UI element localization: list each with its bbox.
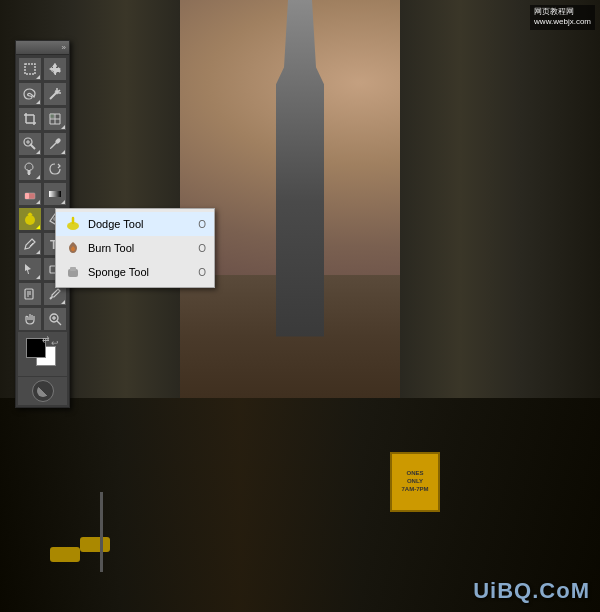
flyout-item-dodge[interactable]: Dodge Tool O	[56, 212, 214, 236]
svg-rect-0	[25, 64, 35, 74]
dodge-tool-shortcut: O	[198, 219, 206, 230]
healing-brush-btn[interactable]	[18, 132, 42, 156]
dodge-burn-tool-btn[interactable]	[18, 207, 42, 231]
street-sign: ONESONLY7AM-7PM	[390, 452, 440, 512]
flyout-indicator	[36, 150, 40, 154]
svg-line-5	[59, 90, 61, 92]
watermark-top: 网页教程网 www.webjx.com	[530, 5, 595, 30]
flyout-item-burn[interactable]: Burn Tool O	[56, 236, 214, 260]
brush-tool-btn[interactable]	[43, 132, 67, 156]
crop-tool-btn[interactable]	[18, 107, 42, 131]
svg-line-17	[30, 144, 35, 149]
flyout-indicator	[36, 275, 40, 279]
magic-wand-btn[interactable]	[43, 82, 67, 106]
notes-tool-btn[interactable]	[18, 282, 42, 306]
flyout-item-sponge[interactable]: Sponge Tool O	[56, 260, 214, 284]
svg-point-24	[25, 215, 35, 225]
switch-colors-icon[interactable]: ⇄	[42, 334, 50, 344]
color-swatch-area: ↩ ⇄	[18, 332, 67, 376]
slice-tool-btn[interactable]	[43, 107, 67, 131]
view-mode-area	[18, 377, 67, 405]
svg-line-19	[51, 143, 56, 148]
history-brush-btn[interactable]	[43, 157, 67, 181]
move-tool-btn[interactable]	[43, 57, 67, 81]
zoom-tool-btn[interactable]	[43, 307, 67, 331]
toolbox-titlebar: »	[16, 41, 69, 55]
tool-flyout-menu: Dodge Tool O Burn Tool O Sponge Tool O	[55, 208, 215, 288]
svg-rect-22	[25, 193, 29, 199]
burn-tool-label: Burn Tool	[88, 242, 194, 254]
svg-line-36	[50, 297, 52, 299]
flyout-indicator	[61, 300, 65, 304]
sponge-tool-icon	[64, 263, 82, 281]
street-lamp	[100, 492, 103, 572]
pen-tool-btn[interactable]	[18, 232, 42, 256]
svg-rect-13	[50, 114, 54, 118]
sponge-tool-label: Sponge Tool	[88, 266, 194, 278]
quick-mask-btn[interactable]	[32, 380, 54, 402]
marquee-tool-btn[interactable]	[18, 57, 42, 81]
eraser-tool-btn[interactable]	[18, 182, 42, 206]
taxi-2	[50, 547, 80, 562]
svg-rect-44	[70, 267, 76, 271]
background-image: ONESONLY7AM-7PM	[0, 0, 600, 612]
dodge-tool-icon	[64, 215, 82, 233]
path-selection-btn[interactable]	[18, 257, 42, 281]
hand-tool-btn[interactable]	[18, 307, 42, 331]
sponge-tool-shortcut: O	[198, 267, 206, 278]
flyout-indicator	[36, 225, 40, 229]
flyout-indicator	[61, 200, 65, 204]
svg-rect-23	[49, 191, 61, 197]
burn-tool-icon	[64, 239, 82, 257]
flyout-indicator	[61, 125, 65, 129]
svg-line-2	[50, 93, 56, 99]
taxi-1	[80, 537, 110, 552]
flyout-indicator	[36, 250, 40, 254]
burn-tool-shortcut: O	[198, 243, 206, 254]
svg-line-38	[57, 321, 61, 325]
titlebar-collapse-icon[interactable]: »	[62, 44, 66, 52]
gradient-tool-btn[interactable]	[43, 182, 67, 206]
reset-colors-icon[interactable]: ↩	[51, 338, 59, 348]
lasso-tool-btn[interactable]	[18, 82, 42, 106]
flyout-indicator	[36, 200, 40, 204]
flyout-indicator	[61, 150, 65, 154]
flyout-indicator	[36, 100, 40, 104]
sign-text: ONESONLY7AM-7PM	[401, 470, 428, 493]
flyout-indicator	[36, 175, 40, 179]
watermark-bottom: UiBQ.CoM	[473, 578, 590, 604]
dodge-tool-label: Dodge Tool	[88, 218, 194, 230]
clone-stamp-btn[interactable]	[18, 157, 42, 181]
flyout-indicator	[36, 75, 40, 79]
